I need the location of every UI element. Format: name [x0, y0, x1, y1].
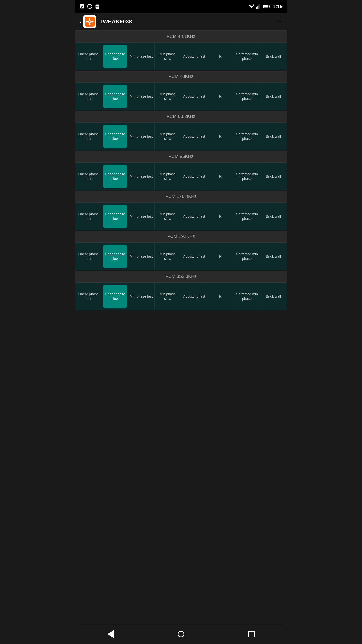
- notification-icon: A: [79, 4, 85, 9]
- filter-btn-1-7[interactable]: Brick wall: [260, 83, 287, 110]
- time-display: 1:19: [273, 4, 283, 9]
- filter-btn-1-2[interactable]: Min phase fast: [128, 83, 155, 110]
- filter-btn-6-1[interactable]: Linear phase slow: [103, 285, 127, 308]
- svg-rect-15: [264, 5, 269, 8]
- filter-btn-2-4[interactable]: Apodizing fast: [181, 123, 207, 150]
- filter-btn-2-5[interactable]: R: [207, 123, 234, 150]
- pcm-header-2: PCM 88.2KHz: [75, 111, 287, 123]
- svg-rect-10: [257, 6, 258, 9]
- filter-btn-4-3[interactable]: Min phase slow: [155, 203, 181, 230]
- pcm-header-0: PCM 44.1KHz: [75, 31, 287, 43]
- filter-btn-3-5[interactable]: R: [207, 163, 234, 190]
- filter-btn-0-3[interactable]: Min phase slow: [155, 43, 181, 70]
- filter-btn-5-5[interactable]: R: [207, 243, 234, 270]
- pcm-section-1: PCM 48KHzLinear phase fastLinear phase s…: [75, 71, 287, 110]
- svg-rect-12: [259, 4, 260, 9]
- filter-btn-3-6[interactable]: Corrected min phase: [234, 163, 260, 190]
- filter-grid-5: Linear phase fastLinear phase slowMin ph…: [75, 243, 287, 270]
- svg-rect-4: [96, 4, 98, 5]
- pcm-section-0: PCM 44.1KHzLinear phase fastLinear phase…: [75, 31, 287, 70]
- clipboard-icon: [95, 4, 100, 9]
- filter-grid-4: Linear phase fastLinear phase slowMin ph…: [75, 203, 287, 230]
- menu-button[interactable]: ---: [276, 18, 283, 25]
- filter-btn-0-7[interactable]: Brick wall: [260, 43, 287, 70]
- filter-btn-1-0[interactable]: Linear phase fast: [75, 83, 102, 110]
- app-bar: ‹ TWEAK9038 ---: [75, 13, 287, 31]
- filter-grid-0: Linear phase fastLinear phase slowMin ph…: [75, 43, 287, 70]
- filter-btn-5-6[interactable]: Corrected min phase: [234, 243, 260, 270]
- circle-icon: [87, 4, 93, 9]
- filter-btn-0-5[interactable]: R: [207, 43, 234, 70]
- filter-btn-4-2[interactable]: Min phase fast: [128, 203, 155, 230]
- back-button[interactable]: ‹: [79, 18, 81, 25]
- filter-btn-2-7[interactable]: Brick wall: [260, 123, 287, 150]
- status-icons: A: [79, 4, 100, 9]
- pcm-header-3: PCM 96KHz: [75, 151, 287, 163]
- filter-btn-3-7[interactable]: Brick wall: [260, 163, 287, 190]
- filter-btn-2-2[interactable]: Min phase fast: [128, 123, 155, 150]
- filter-btn-4-6[interactable]: Corrected min phase: [234, 203, 260, 230]
- status-bar: A: [75, 0, 287, 13]
- svg-rect-5: [96, 6, 98, 6]
- svg-point-2: [88, 4, 92, 9]
- pcm-section-2: PCM 88.2KHzLinear phase fastLinear phase…: [75, 111, 287, 150]
- filter-btn-1-3[interactable]: Min phase slow: [155, 83, 181, 110]
- pcm-header-5: PCM 192KHz: [75, 231, 287, 243]
- filter-btn-5-7[interactable]: Brick wall: [260, 243, 287, 270]
- filter-btn-2-1[interactable]: Linear phase slow: [103, 125, 127, 148]
- filter-btn-5-1[interactable]: Linear phase slow: [103, 245, 127, 268]
- filter-btn-6-4[interactable]: Apodizing fast: [181, 283, 207, 310]
- filter-btn-0-1[interactable]: Linear phase slow: [103, 45, 127, 68]
- filter-btn-6-3[interactable]: Min phase slow: [155, 283, 181, 310]
- pcm-section-3: PCM 96KHzLinear phase fastLinear phase s…: [75, 151, 287, 190]
- status-right: 1:19: [249, 4, 283, 9]
- svg-rect-9: [256, 7, 257, 9]
- filter-btn-6-5[interactable]: R: [207, 283, 234, 310]
- filter-btn-5-4[interactable]: Apodizing fast: [181, 243, 207, 270]
- filter-btn-3-4[interactable]: Apodizing fast: [181, 163, 207, 190]
- signal-icon: [256, 4, 261, 9]
- filter-btn-1-5[interactable]: R: [207, 83, 234, 110]
- filter-btn-1-6[interactable]: Corrected min phase: [234, 83, 260, 110]
- filter-btn-6-0[interactable]: Linear phase fast: [75, 283, 102, 310]
- filter-btn-2-3[interactable]: Min phase slow: [155, 123, 181, 150]
- filter-btn-3-2[interactable]: Min phase fast: [128, 163, 155, 190]
- pcm-section-6: PCM 352.8KHzLinear phase fastLinear phas…: [75, 271, 287, 310]
- filter-btn-6-6[interactable]: Corrected min phase: [234, 283, 260, 310]
- filter-grid-1: Linear phase fastLinear phase slowMin ph…: [75, 83, 287, 110]
- pcm-header-6: PCM 352.8KHz: [75, 271, 287, 283]
- pcm-section-5: PCM 192KHzLinear phase fastLinear phase …: [75, 231, 287, 270]
- gear-icon: [85, 17, 95, 27]
- filter-btn-1-1[interactable]: Linear phase slow: [103, 85, 127, 108]
- filter-btn-0-0[interactable]: Linear phase fast: [75, 43, 102, 70]
- filter-btn-1-4[interactable]: Apodizing fast: [181, 83, 207, 110]
- svg-rect-7: [96, 7, 98, 7]
- filter-btn-0-6[interactable]: Corrected min phase: [234, 43, 260, 70]
- filter-btn-3-3[interactable]: Min phase slow: [155, 163, 181, 190]
- filter-btn-6-2[interactable]: Min phase fast: [128, 283, 155, 310]
- app-icon: [83, 15, 96, 28]
- wifi-icon: [249, 4, 254, 9]
- filter-btn-4-4[interactable]: Apodizing fast: [181, 203, 207, 230]
- filter-grid-6: Linear phase fastLinear phase slowMin ph…: [75, 283, 287, 310]
- pcm-section-4: PCM 176.4KHzLinear phase fastLinear phas…: [75, 191, 287, 230]
- filter-btn-5-0[interactable]: Linear phase fast: [75, 243, 102, 270]
- filter-btn-6-7[interactable]: Brick wall: [260, 283, 287, 310]
- filter-btn-0-4[interactable]: Apodizing fast: [181, 43, 207, 70]
- filter-btn-4-7[interactable]: Brick wall: [260, 203, 287, 230]
- filter-btn-5-3[interactable]: Min phase slow: [155, 243, 181, 270]
- filter-btn-0-2[interactable]: Min phase fast: [128, 43, 155, 70]
- filter-btn-5-2[interactable]: Min phase fast: [128, 243, 155, 270]
- filter-btn-2-0[interactable]: Linear phase fast: [75, 123, 102, 150]
- filter-btn-2-6[interactable]: Corrected min phase: [234, 123, 260, 150]
- svg-text:A: A: [81, 5, 83, 8]
- svg-point-18: [89, 21, 91, 22]
- filter-btn-4-1[interactable]: Linear phase slow: [103, 205, 127, 228]
- filter-btn-3-1[interactable]: Linear phase slow: [103, 165, 127, 188]
- filter-btn-3-0[interactable]: Linear phase fast: [75, 163, 102, 190]
- filter-btn-4-0[interactable]: Linear phase fast: [75, 203, 102, 230]
- filter-btn-4-5[interactable]: R: [207, 203, 234, 230]
- svg-rect-14: [269, 6, 270, 7]
- battery-icon: [263, 4, 270, 9]
- filter-grid-3: Linear phase fastLinear phase slowMin ph…: [75, 163, 287, 190]
